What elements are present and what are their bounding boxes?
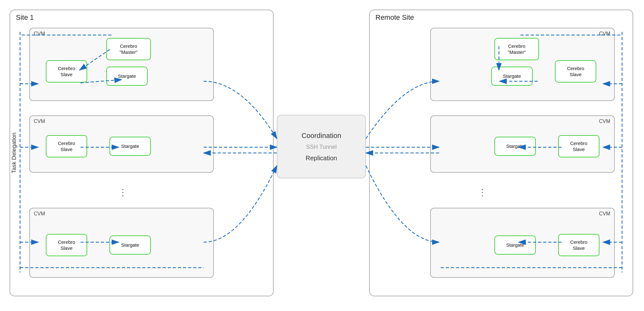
- site1-cvm2-cerebro-slave: Cerebro Slave: [46, 135, 87, 157]
- site1-cvm1-label: CVM: [34, 31, 45, 37]
- diagram-container: Site 1 Task Delegation CVM Cerebro "Mast…: [0, 0, 644, 311]
- site1-cvm1-stargate: Stargate: [106, 67, 148, 86]
- remote-cvm1-cerebro-slave: Cerebro Slave: [555, 60, 596, 83]
- remote-cvm2-cerebro-slave: Cerebro Slave: [558, 135, 599, 157]
- ssh-tunnel-label: SSH Tunnel: [302, 142, 341, 152]
- remote-cvm3-cerebro-slave: Cerebro Slave: [558, 234, 599, 256]
- site1-cvm3-label: CVM: [34, 211, 45, 217]
- site1-cvm1-cerebro-slave: Cerebro Slave: [46, 60, 87, 83]
- site1-cvm3-stargate: Stargate: [109, 235, 151, 255]
- site1-box: Site 1 Task Delegation CVM Cerebro "Mast…: [10, 10, 274, 296]
- site1-cvm2-stargate: Stargate: [109, 137, 151, 156]
- remote-cvm3: CVM Stargate Cerebro Slave: [430, 208, 615, 278]
- site1-dots: ⋮: [118, 187, 127, 198]
- center-box: Coordination SSH Tunnel Replication: [277, 115, 366, 178]
- remote-cvm3-stargate: Stargate: [494, 235, 536, 255]
- site1-cvm1: CVM Cerebro "Master" Cerebro Slave Starg…: [29, 28, 214, 101]
- remote-cvm1: CVM Cerebro "Master" Stargate Cerebro Sl…: [430, 28, 615, 101]
- site1-cvm2-label: CVM: [34, 119, 45, 124]
- remote-site-label: Remote Site: [375, 13, 414, 22]
- remote-cvm1-stargate: Stargate: [491, 67, 533, 86]
- site1-cvm3-cerebro-slave: Cerebro Slave: [46, 234, 87, 256]
- site1-label: Site 1: [16, 13, 34, 22]
- remote-site-box: Remote Site CVM Cerebro "Master" Stargat…: [369, 10, 633, 296]
- site1-cvm2: CVM Cerebro Slave Stargate: [29, 115, 214, 173]
- remote-dots: ⋮: [478, 187, 487, 198]
- remote-cvm2-label: CVM: [599, 119, 610, 124]
- task-delegation-label: Task Delegation: [11, 133, 18, 173]
- coordination-label: Coordination: [302, 130, 341, 141]
- remote-cvm1-label: CVM: [599, 31, 610, 37]
- site1-cvm1-cerebro-master: Cerebro "Master": [106, 38, 151, 60]
- remote-cvm2-stargate: Stargate: [494, 137, 536, 156]
- site1-cvm3: CVM Cerebro Slave Stargate: [29, 208, 214, 278]
- remote-cvm3-label: CVM: [599, 211, 610, 217]
- remote-cvm1-cerebro-master: Cerebro "Master": [494, 38, 539, 60]
- replication-label: Replication: [302, 153, 341, 163]
- remote-cvm2: CVM Stargate Cerebro Slave: [430, 115, 615, 173]
- center-text: Coordination SSH Tunnel Replication: [302, 130, 341, 163]
